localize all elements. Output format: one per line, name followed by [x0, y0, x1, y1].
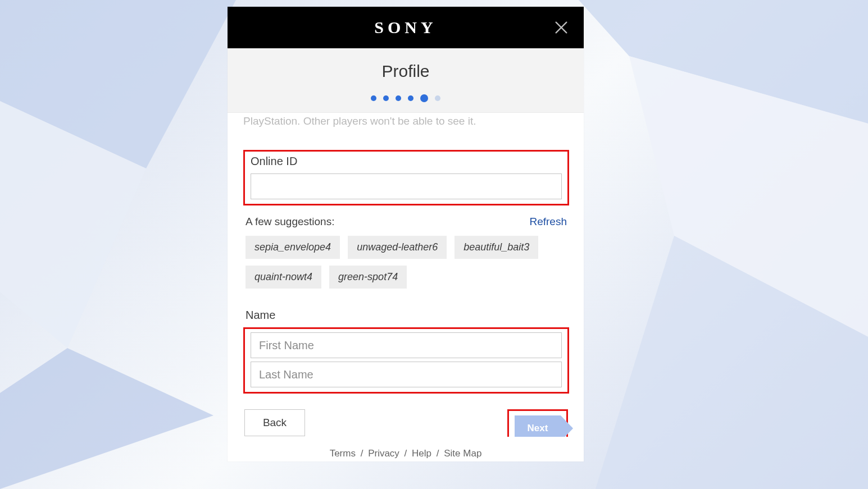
progress-dot — [396, 95, 401, 101]
back-button[interactable]: Back — [244, 409, 305, 436]
signup-dialog: SONY Profile PlayStation. Other players … — [228, 7, 584, 461]
progress-dot — [435, 95, 440, 101]
suggestion-chip[interactable]: quaint-nowt4 — [246, 266, 321, 289]
suggestion-chip[interactable]: beautiful_bait3 — [455, 236, 538, 259]
separator: / — [361, 448, 363, 459]
footer-link-terms[interactable]: Terms — [330, 448, 356, 459]
online-id-highlight: Online ID — [243, 150, 569, 205]
sony-logo: SONY — [374, 18, 437, 37]
dialog-header: SONY — [228, 7, 584, 48]
footer-links: Terms / Privacy / Help / Site Map — [228, 437, 584, 461]
footer-link-sitemap[interactable]: Site Map — [444, 448, 481, 459]
progress-dot — [408, 95, 413, 101]
separator: / — [405, 448, 407, 459]
progress-dot — [383, 95, 389, 101]
svg-marker-2 — [0, 348, 213, 489]
dialog-body[interactable]: PlayStation. Other players won't be able… — [228, 113, 584, 437]
footer-link-help[interactable]: Help — [412, 448, 431, 459]
first-name-input[interactable] — [251, 332, 562, 358]
separator: / — [437, 448, 439, 459]
footer-link-privacy[interactable]: Privacy — [368, 448, 399, 459]
progress-dot — [371, 95, 376, 101]
name-highlight — [243, 327, 569, 394]
suggestion-chip[interactable]: green-spot74 — [329, 266, 407, 289]
dialog-subheader: Profile — [228, 48, 584, 113]
next-button-label: Next — [528, 423, 548, 434]
suggestion-chip[interactable]: unwaged-leather6 — [348, 236, 447, 259]
last-name-input[interactable] — [251, 362, 562, 387]
online-id-label: Online ID — [251, 155, 562, 168]
close-icon[interactable] — [553, 20, 569, 35]
online-id-input[interactable] — [251, 173, 562, 199]
suggestion-chips: sepia_envelope4 unwaged-leather6 beautif… — [246, 236, 567, 289]
progress-dots — [228, 95, 584, 102]
next-button[interactable]: Next — [515, 415, 561, 437]
info-text-truncated: PlayStation. Other players won't be able… — [243, 113, 569, 127]
refresh-link[interactable]: Refresh — [529, 216, 567, 228]
suggestion-chip[interactable]: sepia_envelope4 — [246, 236, 340, 259]
progress-dot-active — [420, 94, 428, 102]
suggestions-label: A few suggestions: — [246, 216, 334, 228]
name-label: Name — [246, 309, 569, 322]
next-button-highlight: Next — [507, 409, 568, 437]
page-title: Profile — [228, 62, 584, 81]
